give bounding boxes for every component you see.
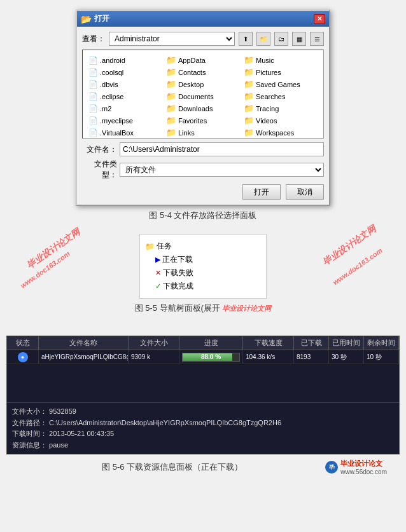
folder-icon: 📁 [166,79,176,89]
file-icon: 📄 [88,128,98,137]
list-item[interactable]: 📁 AppData [164,54,242,66]
folder-icon: 📁 [244,104,254,113]
info-size-row: 文件大小： 9532859 [12,406,394,418]
file-name: Saved Games [256,81,300,88]
folder-icon: 📁 [166,67,176,77]
file-name: .android [100,57,125,64]
view-list-button[interactable]: ▦ [292,32,306,46]
path-value: C:\Users\Administrator\Desktop\aHjeYIGRp… [49,419,281,426]
tree-item-completed[interactable]: ✓ 下载完成 [145,280,261,293]
folder-icon: 📁 [166,116,176,125]
cell-progress: 88.0 % [179,350,243,364]
failed-icon: ✕ [155,269,161,277]
time-remain-text: 10 秒 [367,353,382,362]
list-item[interactable]: 📁 Desktop [164,78,242,90]
file-name: .coolsql [100,69,123,76]
tree-item-label: 下载完成 [163,281,193,292]
list-item[interactable]: 📁 Documents [164,90,242,102]
list-item[interactable]: 📁 Favorites [164,114,242,126]
list-item[interactable]: 📄 .eclipse [87,90,164,102]
progress-bar: 88.0 % [182,353,240,362]
location-label: 查看： [82,34,105,44]
close-button[interactable]: ✕ [314,14,325,24]
file-icon: 📄 [88,80,98,89]
section-file-dialog: 📂 打开 ✕ 查看： Administrator ⬆ 📁 🗂 ▦ ☰ [0,0,406,231]
list-item[interactable]: 📁 Workspaces [242,126,319,139]
list-item[interactable]: 📄 .m2 [87,102,164,114]
list-item[interactable]: 📁 Searches [242,90,319,102]
list-item[interactable]: 📄 .dbvis [87,78,164,90]
open-button[interactable]: 打开 [242,184,281,200]
watermark-left-1: 毕业设计论文网 [25,227,83,272]
info-time-row: 下载时间： 2013-05-21 00:43:35 [12,428,394,440]
header-filename: 文件名称 [39,336,129,350]
file-name: .dbvis [100,81,118,88]
file-name: Tracing [256,105,279,113]
tree-item-downloading[interactable]: ▶ 正在下载 [145,253,261,266]
cell-time-remain: 10 秒 [364,350,399,364]
file-name: Links [178,129,195,137]
nav-up-button[interactable]: ⬆ [239,32,253,46]
list-item[interactable]: 📄 .coolsql [87,66,164,78]
header-time-remain: 剩余时间 [364,336,399,350]
header-speed: 下载速度 [243,336,294,350]
dialog-icon: 📂 [81,14,92,24]
list-item[interactable]: 📄 .VirtualBox [87,126,164,139]
filename-label: 文件名： [82,144,117,155]
info-source-row: 资源信息： pause [12,440,394,451]
header-progress: 进度 [179,336,243,350]
caption2-text: 图 5-5 导航树面板(展开 [135,303,220,313]
list-item[interactable]: 📄 .android [87,54,164,66]
dialog-titlebar: 📂 打开 ✕ [77,11,329,27]
file-name: .myeclipse [100,117,133,125]
nav-folder-button[interactable]: 📁 [256,32,270,46]
footer-logo: 毕 毕业设计论文 www.56doc.com [325,459,387,475]
folder-icon: 📁 [166,128,176,137]
list-item[interactable]: 📁 Music [242,54,319,66]
file-icon: 📄 [88,56,98,65]
section-tree: 毕业设计论文网 www.doc163.com 毕业设计论文网 www.doc16… [0,231,406,332]
filesize-text: 9309 k [131,353,150,360]
dialog-body: 查看： Administrator ⬆ 📁 🗂 ▦ ☰ 📄 .android 📁 [77,27,329,205]
time-value: 2013-05-21 00:43:35 [49,430,114,437]
file-icon: 📄 [88,92,98,101]
download-table-row[interactable]: ● aHjeYIGRpXsmoqPILQIbCG8gTzg... 9309 k … [7,350,399,364]
list-item[interactable]: 📁 Pictures [242,66,319,78]
cell-filesize: 9309 k [129,350,179,364]
folder-icon: 📁 [166,104,176,113]
cell-filename: aHjeYIGRpXsmoqPILQIbCG8gTzg... [39,350,129,364]
tree-root[interactable]: 📁 任务 [145,240,261,253]
view-details-button[interactable]: ☰ [310,32,324,46]
file-name: Music [256,57,274,64]
list-item[interactable]: 📄 .myeclipse [87,114,164,126]
location-select[interactable]: Administrator [109,32,235,46]
header-filesize: 文件大小 [129,336,179,350]
caption3: 图 5-6 下载资源信息面板（正在下载） [19,458,325,477]
cell-status: ● [7,350,39,364]
folder-icon: 📁 [166,92,176,101]
list-item[interactable]: 📁 Contacts [164,66,242,78]
filetype-select[interactable]: 所有文件 [120,163,324,177]
list-item[interactable]: 📁 Videos [242,114,319,126]
list-item[interactable]: 📁 Saved Games [242,78,319,90]
size-label: 文件大小： [12,407,47,415]
caption1: 图 5-4 文件存放路径选择面板 [19,206,387,228]
file-name: AppData [178,57,206,64]
filename-text: aHjeYIGRpXsmoqPILQIbCG8gTzg... [41,353,129,360]
dialog-fields: 文件名： 文件类型： 所有文件 [82,142,324,181]
file-name: Contacts [178,69,206,76]
completed-icon: ✓ [155,282,161,290]
folder-icon: 📁 [244,55,254,65]
tree-root-label: 任务 [157,241,172,252]
folder-icon: 📁 [244,92,254,101]
time-used-text: 30 秒 [332,353,347,362]
logo-circle: 毕 [325,461,338,474]
tree-item-failed[interactable]: ✕ 下载失败 [145,266,261,280]
list-item[interactable]: 📁 Downloads [164,102,242,114]
list-item[interactable]: 📁 Tracing [242,102,319,114]
cancel-button[interactable]: 取消 [286,184,324,200]
list-item[interactable]: 📁 Links [164,126,242,139]
filename-input[interactable] [120,142,324,156]
tree-panel: 📁 任务 ▶ 正在下载 ✕ 下载失败 ✓ 下载完成 [139,234,267,299]
nav-newfolder-button[interactable]: 🗂 [274,32,288,46]
